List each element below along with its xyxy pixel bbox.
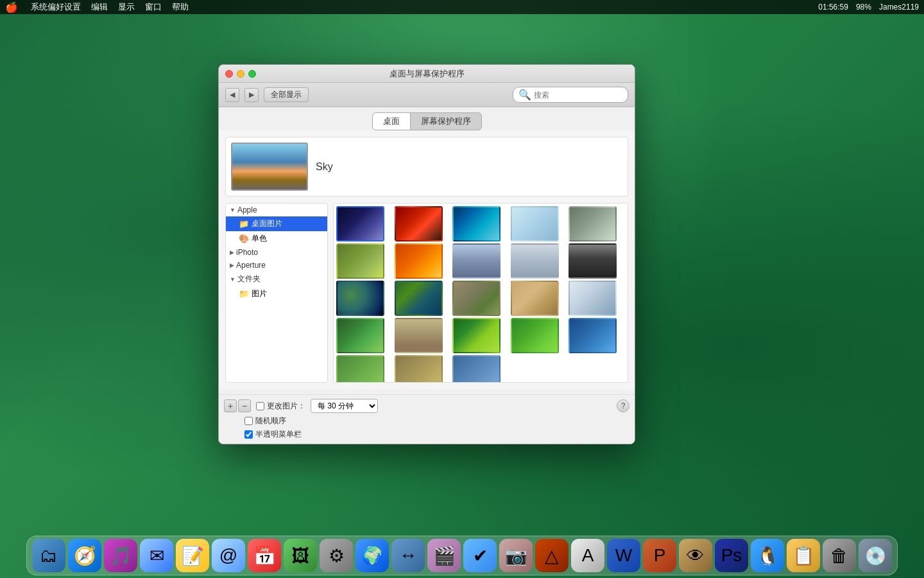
sidebar-aperture-label: Aperture <box>236 261 266 270</box>
edit-menu-item[interactable]: 编辑 <box>91 1 108 13</box>
grid-cell-3[interactable] <box>452 206 501 241</box>
dock-icon-preview[interactable]: 👁 <box>679 539 712 572</box>
grid-cell-15[interactable] <box>569 281 617 316</box>
dock-icon-cal[interactable]: 📅 <box>248 539 281 572</box>
maximize-button[interactable] <box>248 70 256 78</box>
dock-icon-font[interactable]: A <box>571 539 604 572</box>
dock-icon-finder[interactable]: 🗂 <box>32 539 65 572</box>
sidebar-item-desktop-images[interactable]: 📁 桌面图片 <box>226 216 327 231</box>
grid-cell-18[interactable] <box>452 318 501 353</box>
grid-cell-21[interactable] <box>336 355 384 383</box>
add-button[interactable]: + <box>224 399 237 412</box>
dock-icon-word[interactable]: W <box>607 539 640 572</box>
grid-cell-11[interactable] <box>336 281 384 316</box>
search-input[interactable] <box>534 91 630 100</box>
grid-cell-22[interactable] <box>395 355 443 383</box>
dock-icon-notetaker[interactable]: 📋 <box>787 539 820 572</box>
display-menu-item[interactable]: 显示 <box>118 1 135 13</box>
controls-row-3: 半透明菜单栏 <box>224 429 629 440</box>
all-display-button[interactable]: 全部显示 <box>264 87 309 102</box>
grid-cell-12[interactable] <box>395 281 443 316</box>
sidebar-aperture-header[interactable]: ▶ Aperture <box>226 259 327 272</box>
image-grid-container[interactable] <box>333 203 628 383</box>
dock: 🗂🧭🎵✉📝@📅🖼⚙🌍↔🎬✔📷△AWP👁Ps🐧📋🗑💿 <box>26 536 898 575</box>
sidebar-iphoto-label: iPhoto <box>236 248 258 257</box>
forward-button[interactable]: ▶ <box>244 88 259 102</box>
grid-cell-16[interactable] <box>336 318 384 353</box>
grid-cell-4[interactable] <box>511 206 559 241</box>
dock-icon-earth[interactable]: 🌍 <box>355 539 389 572</box>
random-order-checkbox[interactable] <box>244 417 253 425</box>
close-button[interactable] <box>225 70 233 78</box>
dock-icon-tasks[interactable]: ✔ <box>463 539 497 572</box>
image-grid <box>334 204 628 383</box>
folder-icon: 📁 <box>239 219 249 229</box>
dock-icon-ps[interactable]: Ps <box>715 539 748 572</box>
change-image-checkbox[interactable] <box>256 402 264 410</box>
dock-icon-notes[interactable]: 📝 <box>176 539 209 572</box>
back-button[interactable]: ◀ <box>225 88 239 102</box>
main-content: ▼ Apple 📁 桌面图片 🎨 单色 ▶ iPhoto ▶ Apert <box>225 203 628 383</box>
dock-icon-disk[interactable]: 💿 <box>859 539 892 572</box>
grid-cell-2[interactable] <box>395 206 443 241</box>
chevron-right-icon: ▶ <box>230 249 234 256</box>
translucent-label[interactable]: 半透明菜单栏 <box>244 429 302 440</box>
grid-cell-8[interactable] <box>452 243 501 279</box>
tab-screensaver[interactable]: 屏幕保护程序 <box>411 113 481 130</box>
window-toolbar: ◀ ▶ 全部显示 🔍 <box>219 83 635 107</box>
dock-icon-migrate[interactable]: ↔ <box>391 539 425 572</box>
color-icon: 🎨 <box>239 234 249 243</box>
dock-icon-mail[interactable]: ✉ <box>140 539 173 572</box>
grid-cell-10[interactable] <box>569 243 617 279</box>
finder-window: 桌面与屏幕保护程序 ◀ ▶ 全部显示 🔍 桌面 屏幕保护程序 Sky <box>218 64 635 444</box>
grid-cell-13[interactable] <box>452 281 501 316</box>
grid-cell-14[interactable] <box>511 281 559 316</box>
sidebar-item-solid-color[interactable]: 🎨 单色 <box>226 231 327 246</box>
menubar-left: 🍎 系统偏好设置 编辑 显示 窗口 帮助 <box>5 1 189 13</box>
grid-cell-5[interactable] <box>569 206 617 241</box>
dock-icon-ppt[interactable]: P <box>643 539 676 572</box>
grid-cell-9[interactable] <box>511 243 559 279</box>
help-menu-item[interactable]: 帮助 <box>172 1 189 13</box>
tab-desktop[interactable]: 桌面 <box>373 113 410 130</box>
sidebar-folder-header[interactable]: ▼ 文件夹 <box>226 272 327 286</box>
dock-icon-matlab[interactable]: △ <box>535 539 569 572</box>
sidebar-item-images[interactable]: 📁 图片 <box>226 286 327 301</box>
sidebar-iphoto-header[interactable]: ▶ iPhoto <box>226 246 327 259</box>
grid-cell-20[interactable] <box>569 318 617 353</box>
help-button[interactable]: ? <box>617 399 629 412</box>
preview-thumbnail <box>231 143 308 191</box>
interval-select-container[interactable]: 每 30 分钟每 1 分钟每 5 分钟每 1 小时每天 <box>311 399 378 413</box>
minimize-button[interactable] <box>237 70 244 78</box>
sidebar-desktop-images-label: 桌面图片 <box>252 218 282 229</box>
grid-cell-23[interactable] <box>452 355 501 383</box>
translucent-checkbox[interactable] <box>244 430 253 439</box>
sidebar-folder-label: 文件夹 <box>237 274 261 285</box>
app-menu-item[interactable]: 系统偏好设置 <box>31 1 81 13</box>
random-order-label[interactable]: 随机顺序 <box>244 416 286 426</box>
interval-select[interactable]: 每 30 分钟每 1 分钟每 5 分钟每 1 小时每天 <box>311 399 378 413</box>
grid-cell-1[interactable] <box>336 206 384 241</box>
dock-icon-qq[interactable]: 🐧 <box>751 539 784 572</box>
dock-icon-safari[interactable]: 🧭 <box>68 539 101 572</box>
grid-cell-19[interactable] <box>511 318 559 353</box>
dock-icon-sys[interactable]: ⚙ <box>320 539 353 572</box>
dock-icon-fcp[interactable]: 🎬 <box>427 539 461 572</box>
dock-icon-trash[interactable]: 🗑 <box>823 539 856 572</box>
window-menu-item[interactable]: 窗口 <box>145 1 162 13</box>
window-title: 桌面与屏幕保护程序 <box>389 68 465 80</box>
dock-icon-camera[interactable]: 📷 <box>499 539 533 572</box>
remove-button[interactable]: − <box>238 399 251 412</box>
sidebar-apple-header[interactable]: ▼ Apple <box>226 204 327 216</box>
grid-cell-17[interactable] <box>395 318 443 353</box>
change-image-label[interactable]: 更改图片： <box>256 401 305 412</box>
grid-cell-6[interactable] <box>336 243 384 279</box>
apple-menu-icon[interactable]: 🍎 <box>5 1 18 13</box>
dock-icon-photo[interactable]: 🖼 <box>284 539 317 572</box>
grid-cell-7[interactable] <box>395 243 443 279</box>
search-bar[interactable]: 🔍 <box>513 87 628 103</box>
tabs-container: 桌面 屏幕保护程序 <box>219 107 635 130</box>
dock-icon-itunes[interactable]: 🎵 <box>104 539 137 572</box>
chevron-right-icon-2: ▶ <box>230 262 234 268</box>
dock-icon-address[interactable]: @ <box>212 539 245 572</box>
